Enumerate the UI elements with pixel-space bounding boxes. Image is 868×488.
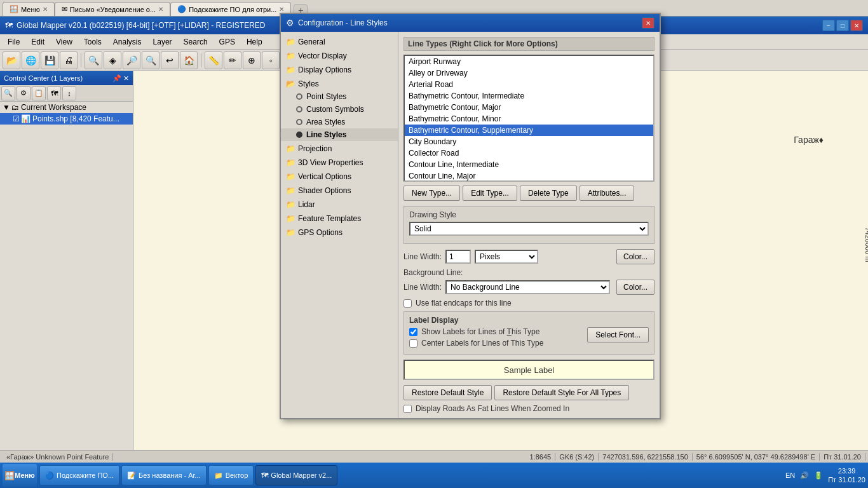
restore-default-button[interactable]: Restore Default Style [403, 385, 492, 400]
nav-feature-templates: 📁 Feature Templates [281, 212, 398, 225]
new-type-button[interactable]: New Type... [403, 186, 460, 201]
nav-lidar: 📁 Lidar [281, 198, 398, 211]
select-font-button[interactable]: Select Font... [587, 327, 649, 342]
list-airport-runway[interactable]: Airport Runway [405, 56, 653, 67]
nav-3d-view-label: 3D View Properties [298, 158, 363, 167]
line-width-label: Line Width: [403, 252, 442, 261]
nav-gps-header[interactable]: 📁 GPS Options [281, 226, 398, 239]
dialog-close-button[interactable]: ✕ [642, 17, 654, 29]
nav-feature-header[interactable]: 📁 Feature Templates [281, 212, 398, 225]
list-contour-major[interactable]: Contour Line, Major [405, 170, 653, 182]
line-width-input[interactable] [445, 250, 471, 264]
flat-endcaps-label: Use flat endcaps for this line [416, 299, 512, 308]
config-dialog: ⚙ Configuration - Line Styles ✕ 📁 Genera… [280, 13, 661, 419]
list-alley-driveway[interactable]: Alley or Driveway [405, 67, 653, 79]
nav-display-options-header[interactable]: 📁 Display Options [281, 64, 398, 76]
dialog-titlebar: ⚙ Configuration - Line Styles ✕ [281, 14, 660, 32]
nav-shader-header[interactable]: 📁 Shader Options [281, 184, 398, 197]
list-bathy-major[interactable]: Bathymetric Contour, Major [405, 102, 653, 113]
taskbar-app-forum[interactable]: 🔵 Подскажите ПО... [39, 465, 119, 485]
taskbar: 🪟 Меню 🔵 Подскажите ПО... 📝 Без названия… [0, 463, 868, 488]
nav-point-styles[interactable]: Point Styles [281, 90, 398, 103]
list-city-boundary[interactable]: City Boundary [405, 136, 653, 147]
label-checkboxes: Show Labels for Lines of This Type Cente… [409, 327, 543, 350]
bg-color-button[interactable]: Color... [616, 280, 654, 295]
radio-custom-symbols [296, 106, 302, 112]
nav-vector-display: 📁 Vector Display [281, 50, 398, 62]
nav-vertical-header[interactable]: 📁 Vertical Options [281, 170, 398, 183]
drawing-style-select[interactable]: Solid Dashed Dotted [409, 222, 649, 236]
list-collector-road[interactable]: Collector Road [405, 147, 653, 159]
show-labels-label: Show Labels for Lines of This Type [421, 327, 539, 336]
drawing-style-section: Drawing Style Solid Dashed Dotted [403, 206, 654, 244]
nav-projection-label: Projection [298, 144, 332, 153]
display-roads-checkbox[interactable] [403, 405, 412, 413]
display-roads-label: Display Roads As Fat Lines When Zoomed I… [416, 404, 569, 413]
background-line-row: Line Width: No Background Line 1 2 Color… [403, 280, 654, 295]
list-arterial-road[interactable]: Arterial Road [405, 79, 653, 90]
start-label: Меню [15, 471, 34, 479]
folder-lidar-icon: 📁 [286, 200, 295, 209]
restore-buttons-row: Restore Default Style Restore Default St… [403, 385, 654, 400]
dialog-overlay: ⚙ Configuration - Line Styles ✕ 📁 Genera… [0, 0, 868, 463]
taskbar-forum-label: Подскажите ПО... [57, 471, 114, 479]
nav-general-header[interactable]: 📁 General [281, 36, 398, 48]
nav-custom-symbols[interactable]: Custom Symbols [281, 103, 398, 116]
nav-general-label: General [298, 37, 325, 46]
nav-area-styles-label: Area Styles [306, 118, 345, 126]
taskbar-app-word[interactable]: 📝 Без названия - Ar... [121, 465, 207, 485]
nav-line-styles[interactable]: Line Styles [281, 128, 398, 141]
nav-projection-header[interactable]: 📁 Projection [281, 142, 398, 155]
drawing-style-label: Drawing Style [409, 210, 649, 219]
clock-date: Пт 31.01.20 [828, 475, 865, 484]
center-labels-label: Center Labels for Lines of This Type [421, 339, 543, 348]
nav-shader-options: 📁 Shader Options [281, 184, 398, 197]
line-color-button[interactable]: Color... [616, 249, 654, 264]
line-types-section-title: Line Types (Right Click for More Options… [403, 37, 654, 51]
list-bathy-minor[interactable]: Bathymetric Contour, Minor [405, 113, 653, 125]
list-contour-intermediate[interactable]: Contour Line, Intermediate [405, 159, 653, 170]
nav-display-options-label: Display Options [298, 65, 351, 74]
delete-type-button[interactable]: Delete Type [520, 186, 577, 201]
dialog-main-content: Line Types (Right Click for More Options… [398, 32, 660, 418]
center-labels-row: Center Labels for Lines of This Type [409, 339, 543, 348]
display-roads-row: Display Roads As Fat Lines When Zoomed I… [403, 404, 654, 413]
show-labels-checkbox[interactable] [409, 328, 417, 336]
taskbar-clock: 23:39 Пт 31.01.20 [828, 466, 865, 485]
nav-styles-label: Styles [298, 79, 319, 88]
sample-label-text: Sample Label [504, 365, 555, 375]
restore-all-button[interactable]: Restore Default Style For All Types [494, 385, 629, 400]
line-types-list[interactable]: Airport Runway Alley or Driveway Arteria… [403, 55, 654, 182]
start-button[interactable]: 🪟 Меню [3, 464, 37, 487]
taskbar-battery-icon: 🔋 [814, 471, 823, 480]
clock-time: 23:39 [828, 466, 865, 475]
edit-type-button[interactable]: Edit Type... [463, 186, 517, 201]
nav-styles-header[interactable]: 📂 Styles [281, 78, 398, 90]
list-bathy-supplementary[interactable]: Bathymetric Contour, Supplementary [405, 125, 653, 136]
flat-endcaps-checkbox[interactable] [403, 299, 412, 308]
nav-shader-label: Shader Options [298, 186, 351, 195]
taskbar-sound-icon: 🔊 [800, 471, 809, 480]
nav-area-styles[interactable]: Area Styles [281, 116, 398, 128]
attributes-button[interactable]: Attributes... [580, 186, 635, 201]
taskbar-app-mapper[interactable]: 🗺 Global Mapper v2... [255, 465, 337, 485]
folder-closed-icon: 📁 [286, 37, 295, 46]
nav-vertical-options: 📁 Vertical Options [281, 170, 398, 183]
label-display-title: Label Display [409, 316, 649, 325]
line-width-unit-select[interactable]: Pixels Points [475, 250, 538, 264]
list-bathy-intermediate[interactable]: Bathymetric Contour, Intermediate [405, 90, 653, 102]
dialog-body: 📁 General 📁 Vector Display 📁 Di [281, 32, 660, 418]
nav-display-options: 📁 Display Options [281, 64, 398, 76]
folder-open-icon: 📂 [286, 79, 295, 88]
nav-3d-view-header[interactable]: 📁 3D View Properties [281, 156, 398, 169]
center-labels-checkbox[interactable] [409, 339, 417, 348]
taskbar-app-files[interactable]: 📁 Вектор [208, 465, 254, 485]
flat-endcaps-row: Use flat endcaps for this line [403, 299, 654, 308]
background-line-title: Background Line: [403, 268, 654, 277]
line-width-row: Line Width: Pixels Points Color... [403, 249, 654, 264]
radio-line-styles [296, 132, 302, 138]
nav-lidar-header[interactable]: 📁 Lidar [281, 198, 398, 211]
bg-width-select[interactable]: No Background Line 1 2 [445, 280, 610, 294]
nav-vector-header[interactable]: 📁 Vector Display [281, 50, 398, 62]
taskbar-word-label: Без названия - Ar... [139, 471, 201, 479]
